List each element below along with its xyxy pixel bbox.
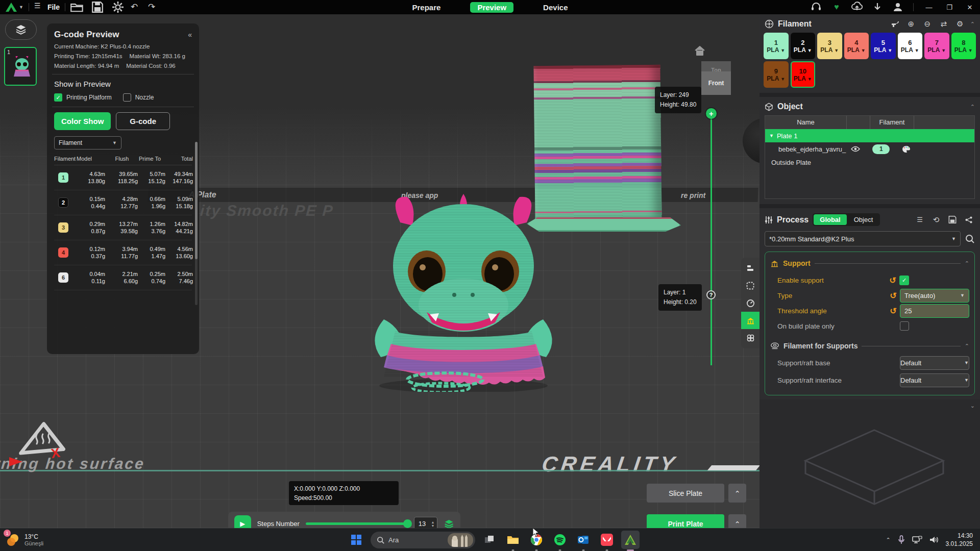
minimize-button[interactable]: —: [919, 0, 939, 14]
chrome-button[interactable]: [527, 531, 546, 549]
dragon-model[interactable]: [363, 186, 564, 392]
add-filament-icon[interactable]: ⊕: [905, 19, 917, 29]
user-account-icon[interactable]: [888, 0, 908, 14]
filament-chip-7[interactable]: 7PLA ▼: [924, 33, 949, 59]
tab-prepare[interactable]: Prepare: [405, 2, 448, 13]
file-menu[interactable]: File: [47, 3, 60, 11]
object-row-plate-1[interactable]: ▼ Plate 1: [765, 129, 974, 142]
slice-options-button[interactable]: ⌃: [728, 484, 746, 503]
layer-slider-handle[interactable]: +: [706, 108, 717, 119]
view-cube-front-face[interactable]: Front: [701, 71, 731, 95]
reset-support-type-icon[interactable]: ↺: [887, 291, 900, 300]
support-view-button[interactable]: [741, 312, 760, 329]
tab-object[interactable]: Object: [848, 214, 879, 225]
steps-slider[interactable]: [306, 522, 408, 525]
nozzle-checkbox-row[interactable]: Nozzle: [123, 93, 154, 102]
creality-logo[interactable]: [5, 2, 17, 12]
model-filament-pill[interactable]: 1: [872, 144, 890, 154]
slice-plate-button[interactable]: Slice Plate: [647, 484, 724, 503]
threshold-angle-input[interactable]: 25: [900, 304, 969, 318]
steps-number-value[interactable]: 13: [414, 520, 430, 528]
weather-widget[interactable]: 1 13°C Güneşli: [0, 532, 112, 547]
remove-filament-icon[interactable]: ⊖: [921, 19, 934, 29]
outlook-button[interactable]: [574, 531, 593, 549]
support-type-dropdown[interactable]: Tree(auto) ▼: [900, 289, 969, 303]
parameter-list-icon[interactable]: ☰: [914, 216, 926, 223]
plate-list-toggle-button[interactable]: [5, 19, 37, 40]
save-icon[interactable]: [91, 2, 104, 13]
cloud-upload-icon[interactable]: [847, 0, 867, 14]
object-group-view-button[interactable]: [741, 329, 760, 346]
compare-presets-icon[interactable]: [963, 216, 975, 224]
expand-triangle-icon[interactable]: ▼: [769, 133, 774, 138]
tray-clock[interactable]: 14:30 3.01.2025: [946, 532, 973, 548]
legend-type-dropdown[interactable]: Filament ▼: [54, 136, 121, 149]
on-build-plate-checkbox[interactable]: [900, 321, 909, 331]
tab-global[interactable]: Global: [814, 214, 846, 225]
close-button[interactable]: ✕: [960, 0, 980, 14]
sync-filament-icon[interactable]: ⇄: [938, 19, 950, 29]
reset-process-icon[interactable]: ⟲: [930, 215, 942, 224]
tab-device[interactable]: Device: [536, 2, 575, 13]
valorant-button[interactable]: [598, 531, 616, 549]
view-cube-top-face[interactable]: Top: [701, 61, 731, 71]
collapse-object-icon[interactable]: ⌃: [970, 104, 975, 110]
start-button[interactable]: [347, 531, 365, 549]
object-row-model[interactable]: bebek_ejderha_yavru_ 1: [765, 142, 974, 156]
steps-slider-handle[interactable]: [403, 519, 412, 528]
spotify-button[interactable]: [551, 531, 569, 549]
filament-settings-icon[interactable]: ⚙: [954, 19, 966, 29]
filament-chip-6[interactable]: 6PLA ▼: [898, 33, 923, 59]
search-highlight-image[interactable]: [448, 533, 473, 547]
maximize-button[interactable]: ❐: [939, 0, 960, 14]
task-view-button[interactable]: [480, 531, 499, 549]
tab-preview[interactable]: Preview: [470, 2, 513, 13]
view-cube[interactable]: Top Front: [701, 61, 731, 95]
filament-chip-1[interactable]: 1PLA ▼: [764, 33, 789, 59]
visibility-eye-icon[interactable]: [851, 146, 860, 152]
settings-gear-icon[interactable]: [111, 2, 125, 13]
table-scrollbar[interactable]: [195, 142, 198, 305]
undo-icon[interactable]: ↶: [131, 2, 144, 13]
filament-chip-2[interactable]: 2PLA ▼: [791, 33, 816, 59]
store-heart-icon[interactable]: ♥: [826, 0, 847, 14]
object-row-outside-plate[interactable]: Outside Plate: [765, 156, 974, 169]
filament-chip-5[interactable]: 5PLA ▼: [871, 33, 896, 59]
redo-icon[interactable]: ↷: [148, 2, 161, 13]
microphone-icon[interactable]: [898, 535, 905, 544]
open-file-icon[interactable]: [70, 2, 84, 13]
network-icon[interactable]: [912, 536, 922, 544]
checkbox-checked-icon[interactable]: ✓: [54, 93, 62, 102]
printing-platform-checkbox-row[interactable]: ✓ Printing Platform: [54, 93, 112, 102]
collapse-filament-supports-icon[interactable]: ⌃: [965, 343, 969, 349]
support-headset-icon[interactable]: [806, 0, 826, 14]
search-parameters-icon[interactable]: [965, 234, 975, 244]
layer-slider-track[interactable]: [710, 115, 712, 365]
filament-chip-9[interactable]: 9PLA ▼: [764, 61, 789, 88]
home-view-icon[interactable]: [694, 45, 706, 57]
layer-help-icon[interactable]: ?: [706, 290, 716, 299]
selection-filter-button[interactable]: [741, 277, 760, 294]
download-icon[interactable]: [867, 0, 888, 14]
support-raft-base-dropdown[interactable]: Default ▼: [900, 356, 969, 370]
filament-chip-10[interactable]: 10PLA ▼: [791, 61, 816, 88]
checkbox-unchecked-icon[interactable]: [123, 93, 131, 102]
filament-chip-8[interactable]: 8PLA ▼: [951, 33, 976, 59]
file-explorer-button[interactable]: [504, 531, 522, 549]
collapse-support-icon[interactable]: ⌃: [965, 260, 969, 267]
menu-icon[interactable]: ☰: [34, 2, 47, 13]
support-raft-interface-dropdown[interactable]: Default ▼: [900, 373, 969, 387]
speaker-icon[interactable]: [929, 536, 939, 544]
process-preset-dropdown[interactable]: *0.20mm Standard@K2 Plus ▼: [765, 231, 961, 246]
save-preset-icon[interactable]: [946, 216, 959, 223]
collapse-preview-icon[interactable]: ⌄: [970, 403, 975, 409]
taskbar-search[interactable]: Ara: [371, 532, 475, 548]
plate-thumbnail-1[interactable]: 1: [4, 47, 37, 86]
speed-view-button[interactable]: [741, 294, 760, 312]
logo-caret-icon[interactable]: ▼: [19, 5, 23, 10]
tray-expand-icon[interactable]: ⌃: [886, 537, 890, 543]
creality-print-button[interactable]: [621, 531, 640, 549]
reset-enable-support-icon[interactable]: ↺: [886, 276, 899, 285]
collapse-panel-icon[interactable]: «: [188, 31, 192, 39]
filament-chip-4[interactable]: 4PLA ▼: [844, 33, 869, 59]
